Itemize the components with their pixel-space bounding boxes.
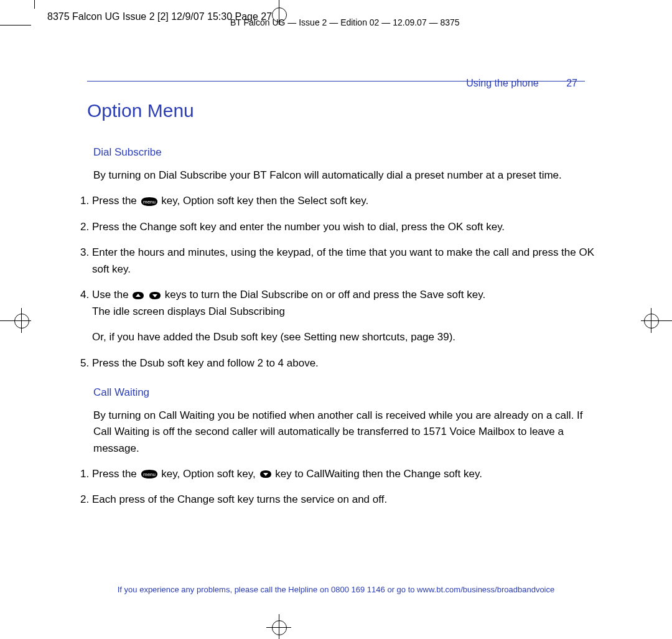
menu-key-icon: menu <box>140 469 159 480</box>
footer-help: If you experience any problems, please c… <box>0 585 672 594</box>
step-5: Press the Dsub soft key and follow 2 to … <box>92 355 604 371</box>
dial-subscribe-heading: Dial Subscribe <box>93 146 610 159</box>
up-key-icon <box>131 291 145 301</box>
step-4: Use the keys to turn the Dial Subscribe … <box>92 286 604 346</box>
section-name: Using the phone <box>466 78 539 88</box>
page-number: 27 <box>566 78 577 88</box>
step-2: Press the Change soft key and enter the … <box>92 218 604 235</box>
cw-step-1: Press the menu key, Option soft key, key… <box>92 465 604 482</box>
call-waiting-heading: Call Waiting <box>93 386 610 399</box>
down-key-icon <box>148 291 162 301</box>
step-1: Press the menu key, Option soft key then… <box>92 192 604 209</box>
running-head: Using the phone 27 <box>466 78 577 89</box>
svg-text:menu: menu <box>143 199 156 205</box>
menu-key-icon: menu <box>140 196 159 207</box>
dial-subscribe-steps: Press the menu key, Option soft key then… <box>70 192 610 371</box>
page-body: Using the phone 27 Option Menu Dial Subs… <box>68 81 610 516</box>
down-key-icon <box>259 469 273 479</box>
call-waiting-intro: By turning on Call Waiting you be notifi… <box>93 408 597 457</box>
page-title: Option Menu <box>87 100 610 121</box>
svg-text:menu: menu <box>143 472 156 477</box>
step-3: Enter the hours and minutes, using the k… <box>92 244 604 278</box>
cw-step-2: Each press of the Change soft key turns … <box>92 491 604 508</box>
call-waiting-steps: Press the menu key, Option soft key, key… <box>70 465 610 508</box>
dial-subscribe-intro: By turning on Dial Subscribe your BT Fal… <box>93 167 597 184</box>
doc-header: BT Falcon UG — Issue 2 — Edition 02 — 12… <box>230 17 460 27</box>
